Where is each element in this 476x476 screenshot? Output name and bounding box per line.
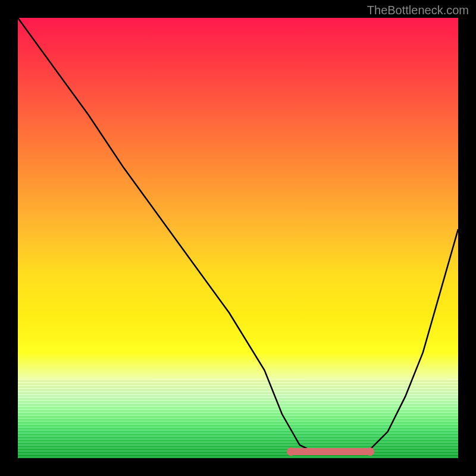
bottleneck-curve-svg bbox=[18, 18, 458, 458]
optimal-zone-right-dot bbox=[366, 447, 374, 456]
optimal-zone-marker bbox=[291, 448, 370, 455]
watermark-text: TheBottleneck.com bbox=[367, 4, 469, 17]
bottleneck-curve-path bbox=[18, 18, 458, 454]
chart-plot-area bbox=[18, 18, 458, 458]
optimal-zone-left-dot bbox=[287, 447, 295, 456]
